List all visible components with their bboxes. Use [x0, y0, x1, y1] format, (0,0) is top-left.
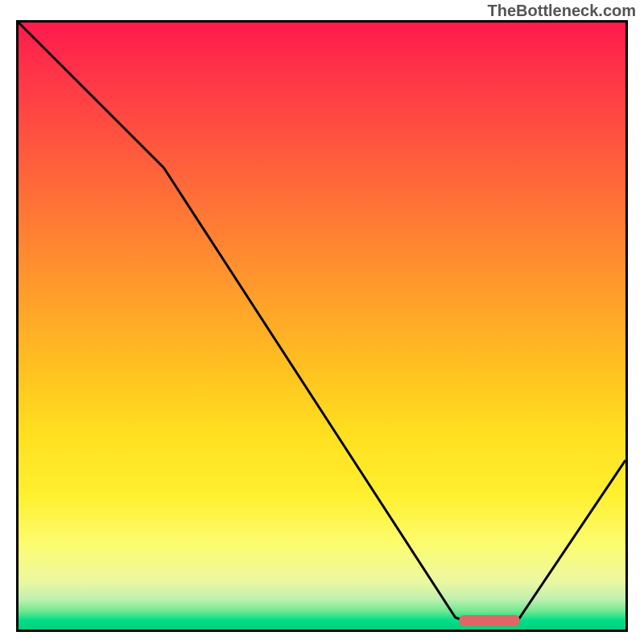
chart-container: TheBottleneck.com — [0, 0, 644, 644]
plot-area — [16, 20, 628, 632]
optimal-range-marker — [459, 615, 520, 626]
bottleneck-curve — [19, 23, 625, 623]
curve-layer — [19, 23, 625, 630]
watermark-text: TheBottleneck.com — [488, 2, 636, 20]
